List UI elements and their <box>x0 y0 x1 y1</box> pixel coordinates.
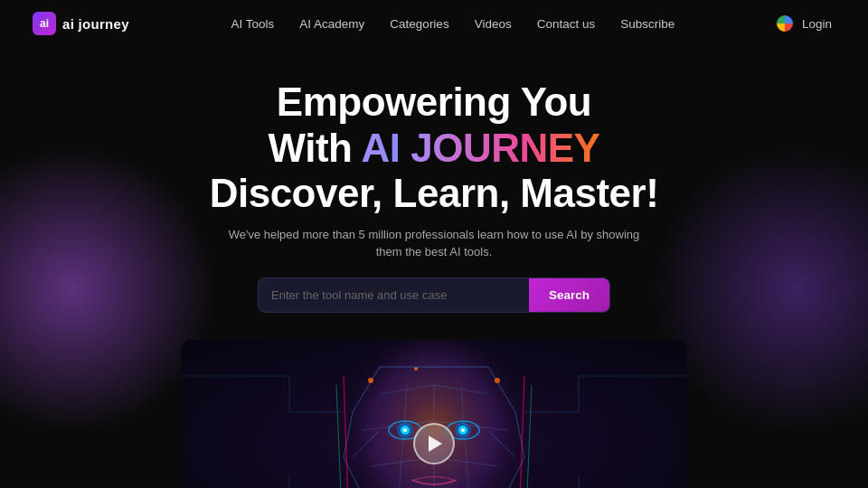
svg-point-29 <box>403 428 407 432</box>
hero-ai-text: AI <box>362 126 411 170</box>
hero-line2-prefix: With <box>269 126 362 170</box>
search-button[interactable]: Search <box>529 278 609 312</box>
nav-videos[interactable]: Videos <box>475 17 512 31</box>
logo-text: ai journey <box>62 16 129 32</box>
svg-point-37 <box>414 367 418 371</box>
hero-subtitle: We've helped more than 5 million profess… <box>226 226 642 261</box>
play-icon <box>429 436 442 452</box>
search-bar: Search <box>258 277 610 313</box>
hero-title: Empowering You With AI JOURNEY Discover,… <box>0 80 868 217</box>
logo[interactable]: ai ai journey <box>33 12 129 35</box>
svg-point-36 <box>368 378 373 383</box>
svg-point-38 <box>495 378 500 383</box>
navbar: ai ai journey AI Tools AI Academy Catego… <box>0 0 868 47</box>
svg-point-33 <box>461 428 465 432</box>
play-button[interactable] <box>413 423 455 465</box>
nav-categories[interactable]: Categories <box>390 17 448 31</box>
video-background <box>181 340 687 488</box>
nav-links: AI Tools AI Academy Categories Videos Co… <box>231 15 675 32</box>
hero-section: Empowering You With AI JOURNEY Discover,… <box>0 47 868 331</box>
hero-journey-text: JOURNEY <box>410 126 599 170</box>
search-input[interactable] <box>259 278 529 312</box>
video-section <box>0 340 868 488</box>
google-icon <box>777 15 793 32</box>
nav-ai-tools[interactable]: AI Tools <box>231 17 275 31</box>
hero-line3: Discover, Learn, Master! <box>210 171 659 215</box>
login-button[interactable]: Login <box>798 17 835 31</box>
logo-icon: ai <box>33 12 56 35</box>
nav-subscribe[interactable]: Subscribe <box>620 17 675 31</box>
nav-contact[interactable]: Contact us <box>537 17 596 31</box>
nav-right: Login <box>777 15 835 32</box>
video-container <box>181 340 687 488</box>
nav-ai-academy[interactable]: AI Academy <box>299 17 364 31</box>
hero-line1: Empowering You <box>277 80 591 124</box>
